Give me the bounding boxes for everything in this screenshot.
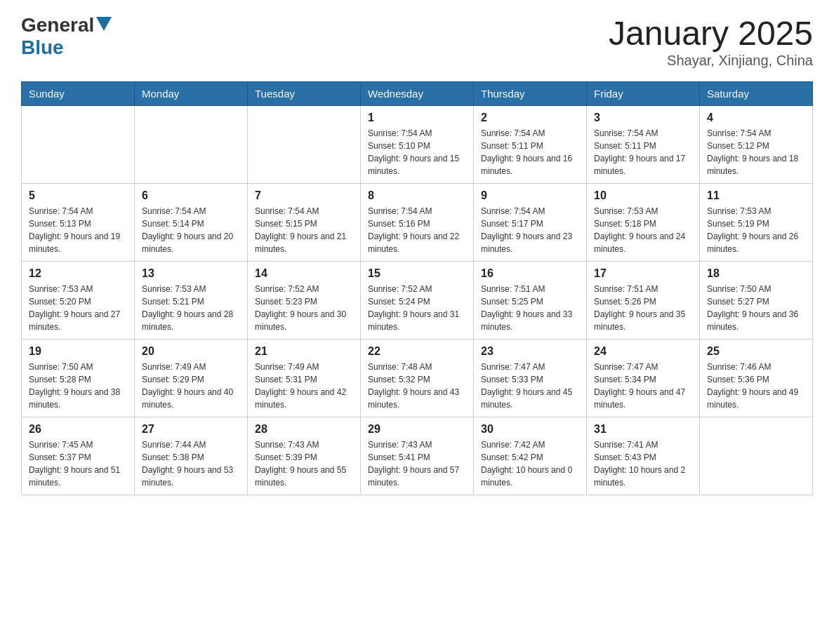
day-info: Sunrise: 7:49 AMSunset: 5:31 PMDaylight:… <box>255 361 353 411</box>
day-info: Sunrise: 7:49 AMSunset: 5:29 PMDaylight:… <box>142 361 240 411</box>
calendar-cell <box>22 106 135 184</box>
day-number: 31 <box>594 423 692 436</box>
calendar-cell <box>248 106 361 184</box>
day-info: Sunrise: 7:50 AMSunset: 5:27 PMDaylight:… <box>707 283 805 333</box>
day-info: Sunrise: 7:53 AMSunset: 5:19 PMDaylight:… <box>707 205 805 255</box>
svg-marker-0 <box>96 17 112 31</box>
header-tuesday: Tuesday <box>248 82 361 106</box>
day-info: Sunrise: 7:44 AMSunset: 5:38 PMDaylight:… <box>142 438 240 489</box>
title-section: January 2025 Shayar, Xinjiang, China <box>609 14 813 69</box>
day-number: 21 <box>255 345 353 358</box>
calendar-cell: 5Sunrise: 7:54 AMSunset: 5:13 PMDaylight… <box>22 184 135 262</box>
week-row-2: 5Sunrise: 7:54 AMSunset: 5:13 PMDaylight… <box>22 184 813 262</box>
calendar-cell: 6Sunrise: 7:54 AMSunset: 5:14 PMDaylight… <box>135 184 248 262</box>
week-row-3: 12Sunrise: 7:53 AMSunset: 5:20 PMDayligh… <box>22 262 813 340</box>
day-info: Sunrise: 7:54 AMSunset: 5:12 PMDaylight:… <box>707 127 805 177</box>
day-info: Sunrise: 7:53 AMSunset: 5:20 PMDaylight:… <box>29 283 127 333</box>
day-info: Sunrise: 7:53 AMSunset: 5:21 PMDaylight:… <box>142 283 240 333</box>
day-number: 9 <box>481 189 579 202</box>
day-info: Sunrise: 7:43 AMSunset: 5:39 PMDaylight:… <box>255 438 353 489</box>
calendar-cell: 18Sunrise: 7:50 AMSunset: 5:27 PMDayligh… <box>700 262 813 340</box>
day-info: Sunrise: 7:48 AMSunset: 5:32 PMDaylight:… <box>368 361 466 411</box>
calendar-cell: 3Sunrise: 7:54 AMSunset: 5:11 PMDaylight… <box>587 106 700 184</box>
calendar-cell: 2Sunrise: 7:54 AMSunset: 5:11 PMDaylight… <box>474 106 587 184</box>
day-info: Sunrise: 7:41 AMSunset: 5:43 PMDaylight:… <box>594 438 692 489</box>
day-number: 16 <box>481 267 579 280</box>
header-thursday: Thursday <box>474 82 587 106</box>
logo-general-text: General <box>21 14 94 36</box>
calendar-cell <box>700 417 813 495</box>
month-title: January 2025 <box>609 14 813 53</box>
calendar-cell: 17Sunrise: 7:51 AMSunset: 5:26 PMDayligh… <box>587 262 700 340</box>
day-number: 14 <box>255 267 353 280</box>
day-number: 19 <box>29 345 127 358</box>
day-number: 3 <box>594 112 692 124</box>
calendar-cell: 28Sunrise: 7:43 AMSunset: 5:39 PMDayligh… <box>248 417 361 495</box>
calendar-cell: 20Sunrise: 7:49 AMSunset: 5:29 PMDayligh… <box>135 340 248 417</box>
day-number: 8 <box>368 189 466 202</box>
calendar-cell <box>135 106 248 184</box>
day-info: Sunrise: 7:46 AMSunset: 5:36 PMDaylight:… <box>707 361 805 411</box>
calendar-cell: 8Sunrise: 7:54 AMSunset: 5:16 PMDaylight… <box>361 184 474 262</box>
day-info: Sunrise: 7:53 AMSunset: 5:18 PMDaylight:… <box>594 205 692 255</box>
day-info: Sunrise: 7:54 AMSunset: 5:14 PMDaylight:… <box>142 205 240 255</box>
day-number: 28 <box>255 423 353 436</box>
day-number: 24 <box>594 345 692 358</box>
page-header: General Blue January 2025 Shayar, Xinjia… <box>21 14 813 69</box>
logo-blue-text: Blue <box>21 36 64 58</box>
day-info: Sunrise: 7:45 AMSunset: 5:37 PMDaylight:… <box>29 438 127 489</box>
calendar-header-row: SundayMondayTuesdayWednesdayThursdayFrid… <box>22 82 813 106</box>
day-number: 17 <box>594 267 692 280</box>
header-wednesday: Wednesday <box>361 82 474 106</box>
day-number: 30 <box>481 423 579 436</box>
calendar-cell: 14Sunrise: 7:52 AMSunset: 5:23 PMDayligh… <box>248 262 361 340</box>
day-number: 26 <box>29 423 127 436</box>
calendar-cell: 23Sunrise: 7:47 AMSunset: 5:33 PMDayligh… <box>474 340 587 417</box>
calendar-table: SundayMondayTuesdayWednesdayThursdayFrid… <box>21 81 813 495</box>
calendar-cell: 15Sunrise: 7:52 AMSunset: 5:24 PMDayligh… <box>361 262 474 340</box>
calendar-cell: 12Sunrise: 7:53 AMSunset: 5:20 PMDayligh… <box>22 262 135 340</box>
day-number: 29 <box>368 423 466 436</box>
day-number: 5 <box>29 189 127 202</box>
calendar-cell: 4Sunrise: 7:54 AMSunset: 5:12 PMDaylight… <box>700 106 813 184</box>
calendar-cell: 22Sunrise: 7:48 AMSunset: 5:32 PMDayligh… <box>361 340 474 417</box>
header-sunday: Sunday <box>22 82 135 106</box>
header-monday: Monday <box>135 82 248 106</box>
week-row-1: 1Sunrise: 7:54 AMSunset: 5:10 PMDaylight… <box>22 106 813 184</box>
day-info: Sunrise: 7:50 AMSunset: 5:28 PMDaylight:… <box>29 361 127 411</box>
calendar-cell: 21Sunrise: 7:49 AMSunset: 5:31 PMDayligh… <box>248 340 361 417</box>
logo-triangle-icon <box>96 17 112 34</box>
day-info: Sunrise: 7:52 AMSunset: 5:23 PMDaylight:… <box>255 283 353 333</box>
day-number: 2 <box>481 112 579 124</box>
day-info: Sunrise: 7:54 AMSunset: 5:11 PMDaylight:… <box>481 127 579 177</box>
day-number: 4 <box>707 112 805 124</box>
day-info: Sunrise: 7:54 AMSunset: 5:16 PMDaylight:… <box>368 205 466 255</box>
day-number: 11 <box>707 189 805 202</box>
day-number: 6 <box>142 189 240 202</box>
day-number: 13 <box>142 267 240 280</box>
day-info: Sunrise: 7:47 AMSunset: 5:33 PMDaylight:… <box>481 361 579 411</box>
calendar-cell: 27Sunrise: 7:44 AMSunset: 5:38 PMDayligh… <box>135 417 248 495</box>
day-info: Sunrise: 7:52 AMSunset: 5:24 PMDaylight:… <box>368 283 466 333</box>
calendar-cell: 26Sunrise: 7:45 AMSunset: 5:37 PMDayligh… <box>22 417 135 495</box>
day-number: 25 <box>707 345 805 358</box>
day-info: Sunrise: 7:54 AMSunset: 5:13 PMDaylight:… <box>29 205 127 255</box>
header-friday: Friday <box>587 82 700 106</box>
day-number: 22 <box>368 345 466 358</box>
logo: General Blue <box>21 14 112 59</box>
day-number: 10 <box>594 189 692 202</box>
week-row-5: 26Sunrise: 7:45 AMSunset: 5:37 PMDayligh… <box>22 417 813 495</box>
calendar-cell: 30Sunrise: 7:42 AMSunset: 5:42 PMDayligh… <box>474 417 587 495</box>
day-info: Sunrise: 7:54 AMSunset: 5:15 PMDaylight:… <box>255 205 353 255</box>
calendar-cell: 25Sunrise: 7:46 AMSunset: 5:36 PMDayligh… <box>700 340 813 417</box>
calendar-cell: 29Sunrise: 7:43 AMSunset: 5:41 PMDayligh… <box>361 417 474 495</box>
calendar-cell: 31Sunrise: 7:41 AMSunset: 5:43 PMDayligh… <box>587 417 700 495</box>
day-number: 23 <box>481 345 579 358</box>
day-info: Sunrise: 7:54 AMSunset: 5:10 PMDaylight:… <box>368 127 466 177</box>
calendar-cell: 13Sunrise: 7:53 AMSunset: 5:21 PMDayligh… <box>135 262 248 340</box>
day-number: 15 <box>368 267 466 280</box>
calendar-cell: 19Sunrise: 7:50 AMSunset: 5:28 PMDayligh… <box>22 340 135 417</box>
day-info: Sunrise: 7:54 AMSunset: 5:11 PMDaylight:… <box>594 127 692 177</box>
calendar-cell: 1Sunrise: 7:54 AMSunset: 5:10 PMDaylight… <box>361 106 474 184</box>
location-text: Shayar, Xinjiang, China <box>609 53 813 69</box>
